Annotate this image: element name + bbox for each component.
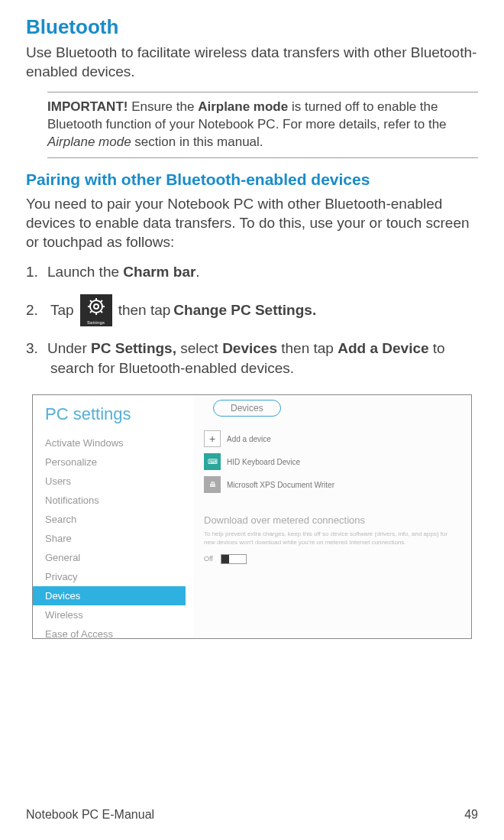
device-xps-writer[interactable]: 🖶 Microsoft XPS Document Writer [204,476,457,493]
step-2-text-b: then tap [118,300,171,320]
nav-ease-of-access[interactable]: Ease of Access [45,624,193,639]
step-3-text-c: then tap [277,340,338,356]
metered-toggle[interactable] [221,554,247,564]
download-section: Download over metered connections To hel… [204,514,457,564]
svg-line-7 [101,311,102,313]
settings-sidebar: PC settings Activate Windows Personalize… [33,395,193,638]
plus-icon: + [204,430,221,447]
svg-line-8 [90,311,92,313]
step-1: 1.Launch the Charm bar. [26,262,478,282]
download-toggle-row: Off [204,554,457,564]
step-1-bold: Charm bar [123,264,195,280]
nav-general[interactable]: General [45,548,193,567]
settings-charm-icon: Settings [80,294,112,326]
nav-personalize[interactable]: Personalize [45,452,193,472]
printer-icon: 🖶 [204,476,221,493]
nav-share[interactable]: Share [45,529,193,548]
step-2: 2. Tap Settings then tap Change PC Setti… [26,294,478,326]
svg-line-9 [101,300,102,302]
step-3-text-a: Under [47,340,91,356]
heading-bluetooth: Bluetooth [26,15,478,39]
nav-notifications[interactable]: Notifications [45,491,193,510]
intro-text: Use Bluetooth to facilitate wireless dat… [26,44,478,81]
step-3-text-b: select [176,340,222,356]
step-1-text-b: . [195,264,199,280]
note-label: IMPORTANT! [47,99,128,114]
important-note: IMPORTANT! Ensure the Airplane mode is t… [47,92,478,158]
step-1-num: 1. [26,262,47,282]
page-footer: Notebook PC E-Manual 49 [26,808,478,822]
step-1-text-a: Launch the [47,264,123,280]
devices-list: + Add a device ⌨ HID Keyboard Device 🖶 M… [204,430,457,493]
step-2-text-a: Tap [50,300,74,320]
download-heading: Download over metered connections [204,514,457,526]
heading-pairing: Pairing with other Bluetooth-enabled dev… [26,170,478,189]
nav-wireless[interactable]: Wireless [45,605,193,624]
note-text-a: Ensure the [128,99,198,114]
toggle-state-label: Off [204,555,213,563]
step-3: 3.Under PC Settings, select Devices then… [26,339,478,378]
step-3-bold1: PC Settings, [91,340,176,356]
note-text-c: section in this manual. [131,135,263,149]
pc-settings-screenshot: PC settings Activate Windows Personalize… [32,394,472,639]
settings-content: Devices + Add a device ⌨ HID Keyboard De… [193,395,471,638]
steps-list: 1.Launch the Charm bar. 2. Tap Settings … [26,262,478,378]
step-3-num: 3. [26,339,47,358]
step-3-bold3: Add a Device [338,340,428,356]
step-3-bold2: Devices [222,340,277,356]
toggle-knob [221,555,229,563]
note-text: IMPORTANT! Ensure the Airplane mode is t… [47,99,478,151]
svg-point-0 [90,300,102,313]
device-keyboard[interactable]: ⌨ HID Keyboard Device [204,453,457,470]
step-2-num: 2. [26,300,50,320]
device-xps-label: Microsoft XPS Document Writer [227,481,334,489]
download-description: To help prevent extra charges, keep this… [204,530,457,546]
nav-search[interactable]: Search [45,510,193,529]
nav-users[interactable]: Users [45,472,193,491]
add-device-label: Add a device [227,435,271,443]
nav-devices[interactable]: Devices [33,586,186,605]
nav-privacy[interactable]: Privacy [45,567,193,586]
pc-settings-title: PC settings [45,404,193,424]
note-airplane-italic: Airplane mode [47,135,131,149]
settings-nav: Activate Windows Personalize Users Notif… [45,433,193,639]
step-2-bold: Change PC Settings. [173,300,316,320]
svg-line-6 [90,300,92,302]
devices-heading-pill: Devices [213,400,281,417]
page-number: 49 [464,808,478,822]
footer-title: Notebook PC E-Manual [26,808,154,822]
pairing-text: You need to pair your Notebook PC with o… [26,195,478,251]
device-keyboard-label: HID Keyboard Device [227,458,300,466]
note-airplane-bold: Airplane mode [198,99,288,114]
add-device-button[interactable]: + Add a device [204,430,457,447]
nav-activate-windows[interactable]: Activate Windows [45,433,193,452]
svg-point-1 [94,304,99,309]
settings-icon-label: Settings [80,319,112,326]
keyboard-icon: ⌨ [204,453,221,470]
